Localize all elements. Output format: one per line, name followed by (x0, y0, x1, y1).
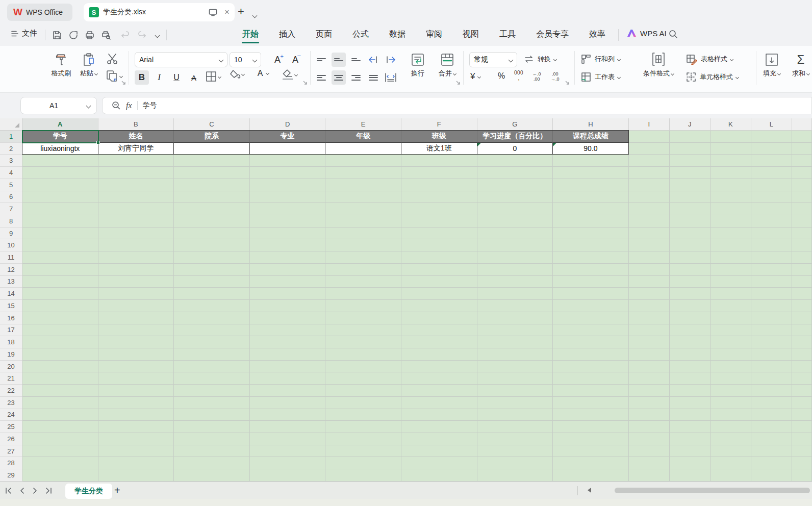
cell-K1[interactable] (711, 131, 751, 143)
cell-L27[interactable] (751, 445, 792, 458)
cell-H4[interactable] (553, 167, 629, 179)
cell-H22[interactable] (553, 385, 629, 397)
column-header-J[interactable]: J (670, 118, 711, 131)
column-header-partial[interactable] (792, 118, 812, 131)
cell-E25[interactable] (325, 421, 401, 433)
cell-H26[interactable] (553, 433, 629, 445)
cell-E4[interactable] (325, 167, 401, 179)
cell-D5[interactable] (250, 179, 326, 191)
underline-button[interactable]: U (169, 70, 184, 85)
cell-B9[interactable] (98, 227, 174, 240)
align-left-button[interactable] (314, 70, 328, 85)
cell-J17[interactable] (670, 324, 711, 337)
cell-D9[interactable] (250, 227, 326, 240)
cell-D12[interactable] (250, 264, 326, 276)
cell-M11[interactable] (792, 251, 812, 264)
cell-H29[interactable] (553, 469, 629, 482)
new-tab-button[interactable]: + (238, 6, 244, 17)
cell-F27[interactable] (401, 445, 477, 458)
increase-decimal-button[interactable]: ←.0.00 (532, 71, 541, 82)
file-menu-button[interactable]: 文件 (11, 29, 37, 38)
cell-L20[interactable] (751, 361, 792, 373)
number-group-expander[interactable] (565, 81, 570, 85)
cell-K22[interactable] (711, 385, 751, 397)
cell-A4[interactable] (22, 167, 98, 179)
cell-J7[interactable] (670, 203, 711, 215)
cell-I15[interactable] (629, 300, 670, 312)
cell-G19[interactable] (477, 348, 553, 361)
convert-button[interactable]: 转换 (523, 55, 556, 64)
cell-B21[interactable] (98, 372, 174, 385)
menu-tab-2[interactable]: 页面 (309, 26, 339, 44)
row-header-23[interactable]: 23 (0, 397, 22, 409)
cell-H15[interactable] (553, 300, 629, 312)
row-header-3[interactable]: 3 (0, 155, 22, 167)
column-header-F[interactable]: F (401, 118, 477, 131)
cell-B1[interactable]: 姓名 (98, 131, 174, 143)
decrease-decimal-button[interactable]: .00→.0 (551, 71, 560, 82)
cell-G18[interactable] (477, 336, 553, 348)
cell-A13[interactable] (22, 276, 98, 288)
cell-C14[interactable] (174, 288, 250, 300)
cell-E24[interactable] (325, 409, 401, 421)
cell-I11[interactable] (629, 251, 670, 264)
cell-L29[interactable] (751, 469, 792, 482)
cell-M25[interactable] (792, 421, 812, 433)
cell-L15[interactable] (751, 300, 792, 312)
cell-L1[interactable] (751, 131, 792, 143)
cell-G4[interactable] (477, 167, 553, 179)
cell-D1[interactable]: 专业 (250, 131, 326, 143)
merge-cells-button[interactable]: 合并 (434, 52, 461, 78)
cell-F7[interactable] (401, 203, 477, 215)
cell-J2[interactable] (670, 143, 711, 155)
cell-G13[interactable] (477, 276, 553, 288)
cell-I21[interactable] (629, 372, 670, 385)
cell-C10[interactable] (174, 239, 250, 251)
cell-J10[interactable] (670, 239, 711, 251)
copy-button[interactable] (105, 69, 122, 83)
cell-H16[interactable] (553, 312, 629, 324)
cell-I14[interactable] (629, 288, 670, 300)
cell-B26[interactable] (98, 433, 174, 445)
cell-H21[interactable] (553, 372, 629, 385)
cell-H1[interactable]: 课程总成绩 (553, 131, 629, 143)
cell-F8[interactable] (401, 215, 477, 227)
cell-D2[interactable] (250, 143, 326, 155)
cell-K16[interactable] (711, 312, 751, 324)
cell-B3[interactable] (98, 155, 174, 167)
cell-B13[interactable] (98, 276, 174, 288)
cell-K7[interactable] (711, 203, 751, 215)
cell-F9[interactable] (401, 227, 477, 240)
cell-B16[interactable] (98, 312, 174, 324)
cell-I5[interactable] (629, 179, 670, 191)
cell-E17[interactable] (325, 324, 401, 337)
cell-H23[interactable] (553, 397, 629, 409)
cell-C23[interactable] (174, 397, 250, 409)
cell-E3[interactable] (325, 155, 401, 167)
cell-D19[interactable] (250, 348, 326, 361)
cell-H27[interactable] (553, 445, 629, 458)
cell-G6[interactable] (477, 191, 553, 204)
cell-J20[interactable] (670, 361, 711, 373)
cell-D7[interactable] (250, 203, 326, 215)
cell-F25[interactable] (401, 421, 477, 433)
cell-C16[interactable] (174, 312, 250, 324)
cell-M14[interactable] (792, 288, 812, 300)
cell-B27[interactable] (98, 445, 174, 458)
row-header-16[interactable]: 16 (0, 312, 22, 324)
cell-A27[interactable] (22, 445, 98, 458)
cell-E27[interactable] (325, 445, 401, 458)
cell-K11[interactable] (711, 251, 751, 264)
cell-J28[interactable] (670, 457, 711, 469)
cell-L13[interactable] (751, 276, 792, 288)
cell-L26[interactable] (751, 433, 792, 445)
cell-J25[interactable] (670, 421, 711, 433)
cell-D26[interactable] (250, 433, 326, 445)
cell-H14[interactable] (553, 288, 629, 300)
menu-tab-0[interactable]: 开始 (236, 26, 265, 44)
bold-button[interactable]: B (135, 70, 149, 85)
row-header-18[interactable]: 18 (0, 336, 22, 348)
document-tab[interactable]: S 学生分类.xlsx × (84, 3, 235, 21)
cell-F4[interactable] (401, 167, 477, 179)
cell-F17[interactable] (401, 324, 477, 337)
